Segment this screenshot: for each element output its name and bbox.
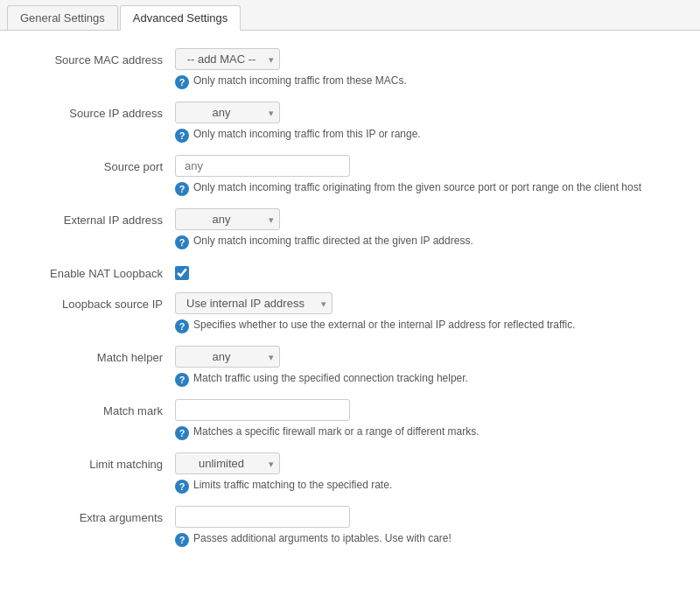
limit-matching-select-wrapper: unlimited bbox=[175, 452, 280, 474]
match-helper-help-icon: ? bbox=[175, 373, 189, 387]
extra-arguments-help-icon: ? bbox=[175, 533, 189, 547]
enable-nat-controls bbox=[175, 262, 189, 280]
loopback-source-label: Loopback source IP bbox=[18, 292, 175, 311]
source-ip-select[interactable]: any bbox=[175, 102, 280, 123]
source-ip-help-icon: ? bbox=[175, 129, 189, 143]
loopback-source-help: ? Specifies whether to use the external … bbox=[175, 319, 575, 333]
loopback-source-row: Loopback source IP Use internal IP addre… bbox=[18, 292, 682, 333]
external-ip-help-icon: ? bbox=[175, 235, 189, 249]
external-ip-help-text: Only match incoming traffic directed at … bbox=[193, 235, 473, 247]
match-mark-input[interactable] bbox=[175, 399, 350, 421]
external-ip-controls: any ? Only match incoming traffic direct… bbox=[175, 208, 473, 249]
enable-nat-row: Enable NAT Loopback bbox=[18, 262, 682, 280]
source-mac-help: ? Only match incoming traffic from these… bbox=[175, 74, 407, 89]
match-mark-controls: ? Matches a specific firewall mark or a … bbox=[175, 399, 480, 440]
enable-nat-checkbox[interactable] bbox=[175, 266, 189, 280]
source-mac-label: Source MAC address bbox=[18, 48, 175, 67]
match-helper-controls: any ? Match traffic using the specified … bbox=[175, 346, 468, 387]
source-mac-select[interactable]: -- add MAC -- bbox=[175, 48, 280, 70]
source-mac-row: Source MAC address -- add MAC -- ? Only … bbox=[18, 48, 682, 89]
limit-matching-controls: unlimited ? Limits traffic matching to t… bbox=[175, 452, 392, 494]
source-ip-row: Source IP address any ? Only match incom… bbox=[18, 102, 682, 143]
source-ip-help-text: Only match incoming traffic from this IP… bbox=[193, 128, 421, 140]
extra-arguments-controls: ? Passes additional arguments to iptable… bbox=[175, 506, 452, 547]
source-port-controls: ? Only match incoming traffic originatin… bbox=[175, 155, 641, 196]
source-port-help: ? Only match incoming traffic originatin… bbox=[175, 181, 641, 196]
source-ip-label: Source IP address bbox=[18, 102, 175, 120]
loopback-source-select[interactable]: Use internal IP address Use external IP … bbox=[175, 292, 332, 314]
match-helper-row: Match helper any ? Match traffic using t… bbox=[18, 346, 682, 387]
external-ip-help: ? Only match incoming traffic directed a… bbox=[175, 235, 473, 249]
source-port-help-text: Only match incoming traffic originating … bbox=[193, 181, 641, 193]
advanced-settings-content: Source MAC address -- add MAC -- ? Only … bbox=[0, 31, 700, 577]
match-mark-help: ? Matches a specific firewall mark or a … bbox=[175, 425, 480, 440]
loopback-source-controls: Use internal IP address Use external IP … bbox=[175, 292, 575, 333]
source-mac-controls: -- add MAC -- ? Only match incoming traf… bbox=[175, 48, 407, 89]
match-helper-help-text: Match traffic using the specified connec… bbox=[193, 372, 468, 384]
source-mac-help-text: Only match incoming traffic from these M… bbox=[193, 74, 407, 87]
enable-nat-label: Enable NAT Loopback bbox=[18, 262, 175, 280]
external-ip-select-wrapper: any bbox=[175, 208, 280, 230]
external-ip-row: External IP address any ? Only match inc… bbox=[18, 208, 682, 249]
loopback-source-select-wrapper: Use internal IP address Use external IP … bbox=[175, 292, 332, 314]
limit-matching-help-text: Limits traffic matching to the specified… bbox=[193, 479, 392, 491]
match-helper-select[interactable]: any bbox=[175, 346, 280, 368]
loopback-source-help-text: Specifies whether to use the external or… bbox=[193, 319, 575, 331]
external-ip-label: External IP address bbox=[18, 208, 175, 227]
extra-arguments-help: ? Passes additional arguments to iptable… bbox=[175, 532, 452, 547]
source-port-row: Source port ? Only match incoming traffi… bbox=[18, 155, 682, 196]
match-helper-select-wrapper: any bbox=[175, 346, 280, 368]
match-mark-row: Match mark ? Matches a specific firewall… bbox=[18, 399, 682, 440]
extra-arguments-label: Extra arguments bbox=[18, 506, 175, 524]
source-port-input[interactable] bbox=[175, 155, 350, 177]
tab-bar: General Settings Advanced Settings bbox=[0, 0, 700, 31]
source-port-help-icon: ? bbox=[175, 182, 189, 196]
match-mark-help-icon: ? bbox=[175, 426, 189, 440]
tab-general[interactable]: General Settings bbox=[7, 5, 118, 30]
source-mac-select-wrapper: -- add MAC -- bbox=[175, 48, 280, 70]
match-helper-label: Match helper bbox=[18, 346, 175, 364]
limit-matching-help: ? Limits traffic matching to the specifi… bbox=[175, 479, 392, 494]
limit-matching-select[interactable]: unlimited bbox=[175, 452, 280, 474]
extra-arguments-row: Extra arguments ? Passes additional argu… bbox=[18, 506, 682, 547]
external-ip-select[interactable]: any bbox=[175, 208, 280, 230]
source-ip-help: ? Only match incoming traffic from this … bbox=[175, 128, 421, 143]
limit-matching-help-icon: ? bbox=[175, 480, 189, 494]
source-ip-select-wrapper: any bbox=[175, 102, 280, 123]
loopback-source-help-icon: ? bbox=[175, 319, 189, 333]
extra-arguments-help-text: Passes additional arguments to iptables.… bbox=[193, 532, 452, 544]
limit-matching-label: Limit matching bbox=[18, 452, 175, 471]
tab-advanced[interactable]: Advanced Settings bbox=[120, 5, 241, 31]
source-ip-controls: any ? Only match incoming traffic from t… bbox=[175, 102, 421, 143]
match-helper-help: ? Match traffic using the specified conn… bbox=[175, 372, 468, 387]
match-mark-help-text: Matches a specific firewall mark or a ra… bbox=[193, 425, 480, 438]
source-mac-help-icon: ? bbox=[175, 75, 189, 89]
source-port-label: Source port bbox=[18, 155, 175, 173]
extra-arguments-input[interactable] bbox=[175, 506, 350, 528]
match-mark-label: Match mark bbox=[18, 399, 175, 417]
limit-matching-row: Limit matching unlimited ? Limits traffi… bbox=[18, 452, 682, 494]
